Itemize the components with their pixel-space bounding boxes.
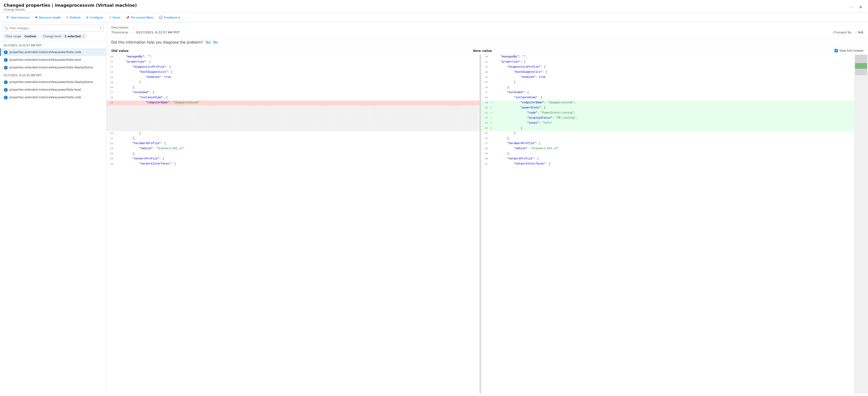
collapse-sidebar-button[interactable]: 《 <box>97 26 103 31</box>
minimap-line <box>855 58 867 58</box>
diff-line: 10 "managedBy": "", <box>106 55 479 60</box>
line-content: }, <box>493 136 854 140</box>
configure-button[interactable]: ⚙ Configure <box>84 14 105 21</box>
change-level-close-icon[interactable]: ✕ <box>82 35 84 38</box>
line-marker <box>115 70 118 71</box>
change-item[interactable]: iproperties.extended.instanceView.powerS… <box>0 48 106 56</box>
line-content: "code": "PowerState/running", <box>493 111 854 115</box>
change-item[interactable]: iproperties.extended.instanceView.powerS… <box>0 64 106 71</box>
filter-input-wrap: 🔍 《 <box>3 25 104 32</box>
time-range-tag[interactable]: Time range : Custom <box>3 34 39 39</box>
line-content: "powerState": { <box>493 106 854 110</box>
line-number: 27 <box>481 141 490 145</box>
timestamp-sep: : <box>133 31 134 34</box>
line-number <box>106 116 115 117</box>
diff-new-pane[interactable]: 10 "managedBy": "",11 "properties": {12 … <box>481 55 854 393</box>
line-marker <box>490 131 493 132</box>
minimap-line <box>855 70 867 70</box>
diff-content: 10 "managedBy": "",11 "properties": {12 … <box>106 55 868 393</box>
line-number: 28 <box>481 146 490 151</box>
line-content <box>118 121 479 122</box>
minimap-line <box>855 66 867 67</box>
line-marker <box>115 126 118 127</box>
line-number: 21 <box>106 136 115 140</box>
line-marker <box>490 141 493 142</box>
share-button[interactable]: ↗ Share <box>106 14 123 21</box>
line-content: "networkProfile": { <box>493 157 854 161</box>
line-number: 25 <box>106 157 115 161</box>
info-icon: i <box>4 80 8 84</box>
resource-health-button[interactable]: ❤ Resource health <box>33 14 63 21</box>
line-marker <box>115 162 118 162</box>
line-number: 20 <box>106 131 115 135</box>
line-marker <box>490 55 493 55</box>
refresh-button[interactable]: ↻ Refresh <box>64 14 83 21</box>
diff-line: 12 "diagnosticsProfile": { <box>481 65 854 70</box>
view-full-context-checkbox[interactable] <box>835 49 838 53</box>
changed-by-sep: : <box>856 31 857 34</box>
line-number: 14 <box>481 75 490 79</box>
diff-line: 12 "diagnosticsProfile": { <box>106 65 479 70</box>
change-item[interactable]: iproperties.extended.instanceView.powerS… <box>0 78 106 86</box>
line-content: "vmSize": "Standard_DS1_v2" <box>493 146 854 151</box>
line-content: } <box>493 126 854 130</box>
change-level-tag[interactable]: Change level : 2 selected ✕ <box>40 34 87 39</box>
change-item[interactable]: iproperties.extended.instanceView.powerS… <box>0 86 106 94</box>
line-content: } <box>493 80 854 84</box>
diff-minimap <box>854 55 868 393</box>
title-bar-actions: ··· ✕ <box>848 4 864 11</box>
close-button[interactable]: ✕ <box>857 4 864 11</box>
title-bar: Changed properties | imageprocessvm (Vir… <box>0 0 868 12</box>
change-item[interactable]: iproperties.extended.instanceView.powerS… <box>0 56 106 64</box>
line-number: 13 <box>481 70 490 74</box>
diff-line: 24 }, <box>106 152 479 157</box>
diff-line <box>106 116 479 121</box>
title-bar-left: Changed properties | imageprocessvm (Vir… <box>4 3 137 11</box>
line-number: 20 <box>481 106 490 109</box>
line-marker: + <box>490 101 493 104</box>
change-item-text: properties.extended.instanceView.powerSt… <box>9 96 81 99</box>
pin-icon: 📌 <box>126 16 130 19</box>
change-level-value: 2 selected <box>64 35 81 38</box>
line-marker: + <box>490 111 493 115</box>
line-content: "instanceView": { <box>493 96 854 100</box>
line-number: 24 <box>106 152 115 156</box>
minimap-line <box>855 61 867 62</box>
change-item-text: properties.extended.instanceView.powerSt… <box>9 50 81 54</box>
diff-line: 23+ "level": "Info" <box>481 121 854 126</box>
change-item[interactable]: iproperties.extended.instanceView.powerS… <box>0 94 106 101</box>
line-content: "instanceView": { <box>118 96 479 100</box>
line-marker <box>490 162 493 162</box>
minimap-line <box>855 65 867 66</box>
diagnose-yes-button[interactable]: Yes <box>205 40 211 44</box>
line-number: 19 <box>481 101 490 104</box>
line-content: "vmSize": "Standard_DS1_v2" <box>118 146 479 151</box>
feedback-button[interactable]: 💬 Feedback ▾ <box>157 14 182 21</box>
pin-filters-button[interactable]: 📌 Pin current filters <box>124 14 156 21</box>
diff-line: 14 "enabled": true <box>481 75 854 80</box>
line-number: 11 <box>106 60 115 64</box>
diagnose-no-button[interactable]: No <box>213 40 218 44</box>
line-content: }, <box>118 152 479 156</box>
view-resource-button[interactable]: 👁 View resource <box>4 14 32 21</box>
diff-line: 13 "bootDiagnostics": { <box>481 70 854 75</box>
line-marker <box>115 80 118 81</box>
toolbar: 👁 View resource ❤ Resource health ↻ Refr… <box>0 12 868 23</box>
filter-input[interactable] <box>3 25 104 32</box>
diff-line: 21 }, <box>106 136 479 141</box>
line-content: "computerName": "imageprocessvm" <box>118 101 479 105</box>
diff-new-header: New value <box>473 49 835 53</box>
diff-line: 10 "managedBy": "", <box>481 55 854 60</box>
diff-old-pane[interactable]: 10 "managedBy": "",11 "properties": {12 … <box>106 55 479 393</box>
change-group-header: 3/17/2021, 6:22:25 AM PDT <box>0 71 106 78</box>
minimap-line <box>855 56 867 57</box>
info-icon: i <box>4 96 8 99</box>
more-options-button[interactable]: ··· <box>848 4 855 10</box>
timestamp-label: Timestamp <box>111 31 132 34</box>
share-label: Share <box>113 16 121 19</box>
diff-splitter[interactable] <box>479 55 481 393</box>
line-marker <box>115 141 118 142</box>
view-full-context-label: View Full Context <box>839 49 863 53</box>
info-icon: i <box>4 51 8 54</box>
feedback-icon: 💬 <box>159 16 163 19</box>
